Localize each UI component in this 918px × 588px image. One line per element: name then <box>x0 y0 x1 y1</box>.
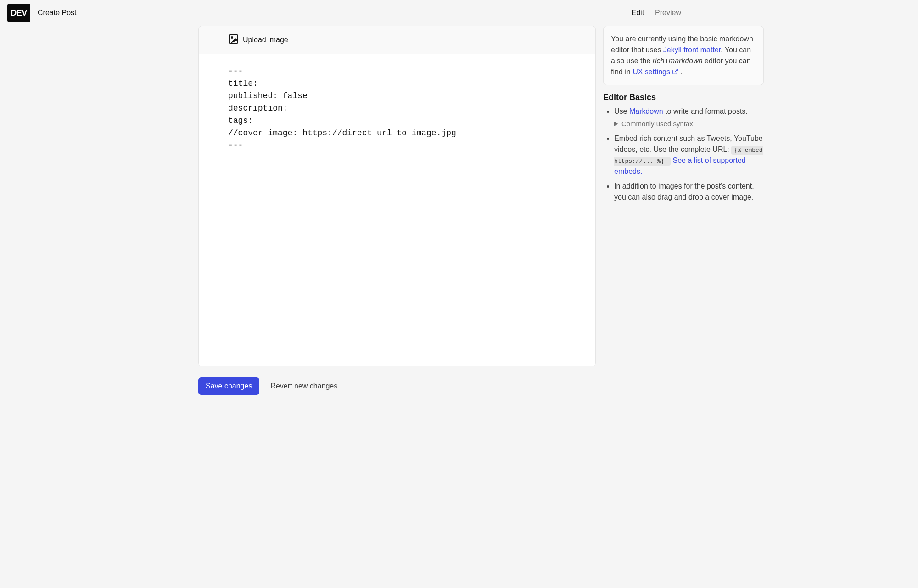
editor-basics-list: Use Markdown to write and format posts. … <box>603 106 764 203</box>
syntax-details[interactable]: Commonly used syntax <box>614 119 764 129</box>
item1-before: Use <box>614 107 629 115</box>
item1-after: to write and format posts. <box>663 107 748 115</box>
editor-basics-heading: Editor Basics <box>603 93 764 102</box>
tab-preview[interactable]: Preview <box>655 9 681 17</box>
upload-image-button[interactable]: Upload image <box>199 26 595 54</box>
header: DEV Create Post Edit Preview <box>0 0 918 26</box>
item3-text: In addition to images for the post's con… <box>614 182 754 201</box>
footer: Save changes Revert new changes <box>147 366 771 406</box>
syntax-summary[interactable]: Commonly used syntax <box>614 119 764 129</box>
list-item: In addition to images for the post's con… <box>614 181 764 203</box>
revert-changes-button[interactable]: Revert new changes <box>270 382 337 390</box>
ux-settings-link-text: UX settings <box>633 68 670 76</box>
info-text-end: . <box>678 68 683 76</box>
info-em: rich+markdown <box>653 57 703 65</box>
list-item: Use Markdown to write and format posts. … <box>614 106 764 129</box>
dev-logo[interactable]: DEV <box>7 4 30 22</box>
image-icon <box>228 33 239 46</box>
upload-image-label: Upload image <box>243 36 288 44</box>
sidebar: You are currently using the basic markdo… <box>603 26 764 366</box>
list-item: Embed rich content such as Tweets, YouTu… <box>614 133 764 177</box>
editor-tabs: Edit Preview <box>632 9 681 17</box>
page-title: Create Post <box>38 9 76 17</box>
tab-edit[interactable]: Edit <box>632 9 644 17</box>
svg-line-2 <box>675 69 677 72</box>
markdown-link[interactable]: Markdown <box>629 107 663 115</box>
save-changes-button[interactable]: Save changes <box>198 377 259 395</box>
svg-point-1 <box>231 37 233 38</box>
markdown-editor-textarea[interactable] <box>199 54 595 366</box>
external-link-icon <box>672 68 678 75</box>
editor-basics-section: Editor Basics Use Markdown to write and … <box>603 93 764 206</box>
jekyll-front-matter-link[interactable]: Jekyll front matter <box>663 46 721 54</box>
ux-settings-link[interactable]: UX settings <box>633 68 678 76</box>
footer-inner: Save changes Revert new changes <box>198 377 337 395</box>
logo-text: DEV <box>11 9 27 17</box>
main-container: Upload image You are currently using the… <box>147 26 771 366</box>
editor-panel: Upload image <box>198 26 596 366</box>
editor-info-box: You are currently using the basic markdo… <box>603 26 764 85</box>
